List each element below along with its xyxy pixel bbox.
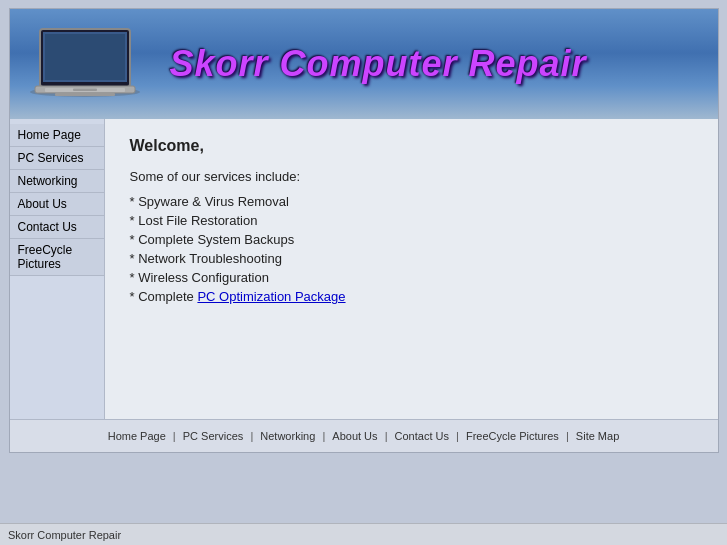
footer-sep-6: | <box>566 430 572 442</box>
svg-rect-7 <box>73 89 97 92</box>
page-wrapper: Skorr Computer Repair Home Page PC Servi… <box>9 8 719 453</box>
service-item-5: * Wireless Configuration <box>130 270 693 285</box>
nav-home[interactable]: Home Page <box>10 124 104 147</box>
status-bar: Skorr Computer Repair <box>0 523 727 545</box>
optimization-link[interactable]: PC Optimization Package <box>197 289 345 304</box>
footer-sep-3: | <box>322 430 328 442</box>
footer-sep-2: | <box>250 430 256 442</box>
footer-sep-1: | <box>173 430 179 442</box>
footer-sep-5: | <box>456 430 462 442</box>
nav-freecycle[interactable]: FreeCycle Pictures <box>10 239 104 276</box>
service-item-1: * Spyware & Virus Removal <box>130 194 693 209</box>
footer-nav: Home Page | PC Services | Networking | A… <box>10 419 718 452</box>
svg-rect-2 <box>45 34 125 80</box>
footer-contact[interactable]: Contact Us <box>395 430 449 442</box>
svg-rect-5 <box>55 93 115 96</box>
site-title: Skorr Computer Repair <box>170 43 587 85</box>
status-bar-label: Skorr Computer Repair <box>8 529 121 541</box>
footer-about[interactable]: About Us <box>332 430 377 442</box>
nav-contact[interactable]: Contact Us <box>10 216 104 239</box>
welcome-heading: Welcome, <box>130 137 693 155</box>
footer-home[interactable]: Home Page <box>108 430 166 442</box>
services-intro: Some of our services include: <box>130 169 693 184</box>
service-item-4: * Network Troubleshooting <box>130 251 693 266</box>
footer-sep-4: | <box>385 430 391 442</box>
laptop-icon <box>20 19 150 109</box>
service-item-2: * Lost File Restoration <box>130 213 693 228</box>
service-item-6: * Complete PC Optimization Package <box>130 289 693 304</box>
main-layout: Home Page PC Services Networking About U… <box>10 119 718 419</box>
service-item-3: * Complete System Backups <box>130 232 693 247</box>
nav-pc-services[interactable]: PC Services <box>10 147 104 170</box>
footer-pc-services[interactable]: PC Services <box>183 430 244 442</box>
service-item-6-text: * Complete <box>130 289 198 304</box>
header: Skorr Computer Repair <box>10 9 718 119</box>
sidebar: Home Page PC Services Networking About U… <box>10 119 105 419</box>
footer-networking[interactable]: Networking <box>260 430 315 442</box>
footer-sitemap[interactable]: Site Map <box>576 430 619 442</box>
footer-freecycle[interactable]: FreeCycle Pictures <box>466 430 559 442</box>
nav-about[interactable]: About Us <box>10 193 104 216</box>
nav-networking[interactable]: Networking <box>10 170 104 193</box>
content-area: Welcome, Some of our services include: *… <box>105 119 718 419</box>
